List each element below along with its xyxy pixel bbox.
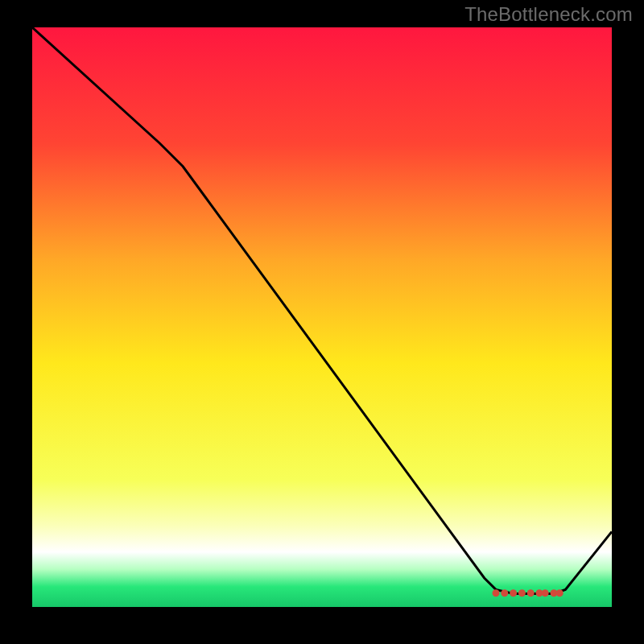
watermark-text: TheBottleneck.com xyxy=(464,3,633,26)
marker-dot xyxy=(542,589,549,597)
marker-dot xyxy=(510,589,517,597)
marker-dot xyxy=(501,589,508,597)
chart-frame: TheBottleneck.com xyxy=(0,0,644,644)
marker-dot xyxy=(556,589,564,597)
plot-area xyxy=(32,27,612,607)
marker-dot xyxy=(493,589,500,597)
marker-dot xyxy=(527,589,535,597)
marker-dot xyxy=(518,589,526,597)
gradient-background xyxy=(32,27,612,607)
chart-svg xyxy=(32,27,612,607)
